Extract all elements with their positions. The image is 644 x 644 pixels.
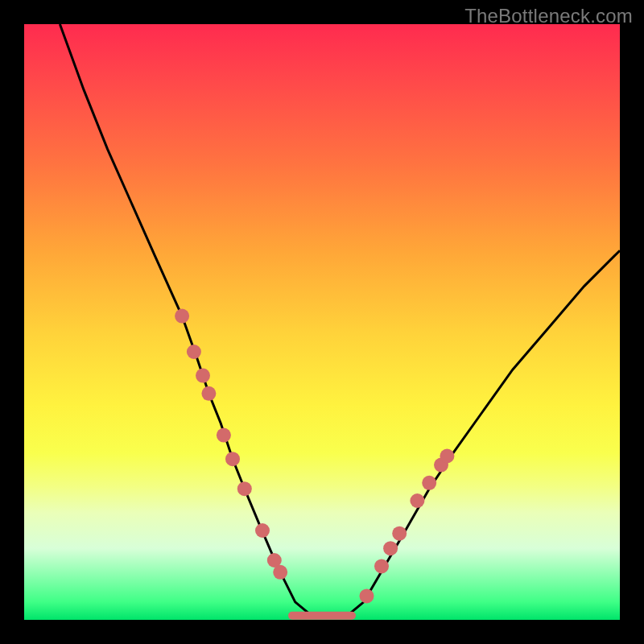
highlight-dot <box>225 452 240 466</box>
highlight-dot <box>410 493 424 508</box>
chart-frame: TheBottleneck.com <box>0 0 644 644</box>
highlight-dot <box>187 345 201 359</box>
highlight-dot <box>237 481 252 496</box>
chart-plot-area <box>24 24 620 620</box>
highlight-dot <box>422 476 436 490</box>
highlight-dot <box>201 386 216 401</box>
highlight-dot <box>392 526 407 541</box>
highlight-dot <box>360 588 374 603</box>
highlight-dot <box>255 523 270 538</box>
highlight-dot <box>273 565 287 580</box>
highlight-dot <box>440 449 454 464</box>
highlight-dot <box>374 559 389 573</box>
highlight-dot <box>383 541 398 555</box>
highlight-dot <box>175 309 189 324</box>
watermark-text: TheBottleneck.com <box>464 5 633 27</box>
bottleneck-curve <box>60 24 620 617</box>
highlight-dots-left <box>175 309 287 580</box>
highlight-dot <box>217 428 231 443</box>
chart-svg <box>24 24 620 620</box>
highlight-dot <box>196 369 210 383</box>
